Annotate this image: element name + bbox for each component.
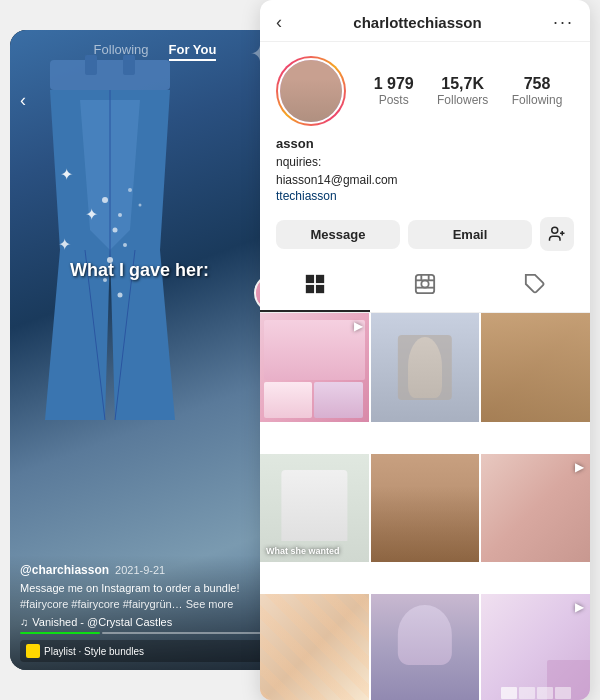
svg-text:✦: ✦ xyxy=(85,206,98,223)
ig-tagged-icon xyxy=(524,273,546,300)
ig-stats-row: 1 979 Posts 15,7K Followers 758 Followin… xyxy=(362,75,574,107)
svg-rect-22 xyxy=(316,275,324,283)
music-note-icon: ♫ xyxy=(20,616,28,628)
ig-profile-username: charlottechiasson xyxy=(353,14,481,31)
svg-point-17 xyxy=(139,204,142,207)
grid-play-icon-6: ▶ xyxy=(575,460,584,474)
svg-point-10 xyxy=(118,213,122,217)
svg-point-12 xyxy=(123,243,127,247)
playlist-info: Playlist · Style bundles xyxy=(26,644,144,658)
grid-item-1[interactable]: ▶ xyxy=(260,313,369,422)
svg-point-9 xyxy=(102,197,108,203)
ig-posts-label: Posts xyxy=(379,93,409,107)
ig-grid-icon xyxy=(304,273,326,300)
ig-bio-inquiries: nquiries: xyxy=(276,153,574,171)
nav-following[interactable]: Following xyxy=(94,42,149,61)
ig-bio: asson nquiries: hiasson14@gmail.com ttec… xyxy=(260,134,590,213)
grid-item-8[interactable] xyxy=(371,594,480,700)
jeans-illustration: ✦ ✦ ✦ xyxy=(30,50,190,430)
svg-rect-24 xyxy=(316,285,324,293)
ig-tab-grid[interactable] xyxy=(260,263,370,312)
ig-posts-count: 1 979 xyxy=(374,75,414,93)
grid-item-6[interactable]: ▶ xyxy=(481,454,590,563)
grid-item-4[interactable]: What she wanted xyxy=(260,454,369,563)
music-row: ♫ Vanished - @Crystal Castles xyxy=(20,616,290,628)
playlist-row[interactable]: Playlist · Style bundles › xyxy=(20,640,290,662)
svg-point-18 xyxy=(552,227,558,233)
ig-following-label: Following xyxy=(512,93,563,107)
ig-followers-stat[interactable]: 15,7K Followers xyxy=(437,75,488,107)
ig-avatar-face xyxy=(280,60,342,122)
svg-text:✦: ✦ xyxy=(58,236,71,253)
ig-reels-icon xyxy=(414,273,436,300)
tiktok-back-button[interactable]: ‹ xyxy=(20,90,26,111)
svg-point-16 xyxy=(128,188,132,192)
video-progress-bar[interactable] xyxy=(20,632,290,634)
grid-item-5[interactable] xyxy=(371,454,480,563)
ig-message-button[interactable]: Message xyxy=(276,220,400,249)
progress-filled xyxy=(20,632,100,634)
svg-rect-25 xyxy=(416,275,434,293)
ig-profile-row: 1 979 Posts 15,7K Followers 758 Followin… xyxy=(260,42,590,134)
svg-text:✦: ✦ xyxy=(60,166,73,183)
video-date: 2021-9-21 xyxy=(115,564,165,576)
ig-avatar xyxy=(276,56,346,126)
grid-item-7[interactable] xyxy=(260,594,369,700)
grid-play-icon-1: ▶ xyxy=(354,319,363,333)
grid-item-2[interactable] xyxy=(371,313,480,422)
ig-tab-reels[interactable] xyxy=(370,263,480,312)
ig-followers-count: 15,7K xyxy=(441,75,484,93)
grid-item-3[interactable] xyxy=(481,313,590,422)
ig-photo-grid: ▶ What she wanted xyxy=(260,313,590,700)
ig-following-count: 758 xyxy=(524,75,551,93)
ig-bio-email: hiasson14@gmail.com xyxy=(276,171,574,189)
ig-more-button[interactable]: ··· xyxy=(553,12,574,33)
progress-unfilled xyxy=(102,632,262,634)
grid-text-overlay-4: What she wanted xyxy=(266,546,340,556)
nav-for-you[interactable]: For You xyxy=(169,42,217,61)
ig-followers-label: Followers xyxy=(437,93,488,107)
playlist-icon xyxy=(26,644,40,658)
ig-avatar-inner xyxy=(278,58,344,124)
tiktok-video-background: ✦ ✦ ✦ ✦ What I gave her: xyxy=(10,30,300,670)
video-username[interactable]: @charchiasson xyxy=(20,563,109,577)
ig-posts-stat[interactable]: 1 979 Posts xyxy=(374,75,414,107)
tiktok-panel: ✦ ✦ ✦ ✦ What I gave her: xyxy=(10,30,300,670)
ig-bio-name: asson xyxy=(276,136,574,151)
ig-tabs xyxy=(260,263,590,313)
ig-back-button[interactable]: ‹ xyxy=(276,12,282,33)
tiktok-nav: Following For You xyxy=(10,38,300,65)
svg-rect-21 xyxy=(306,275,314,283)
grid-item-9[interactable]: ▶ xyxy=(481,594,590,700)
svg-point-11 xyxy=(113,228,118,233)
ig-email-button[interactable]: Email xyxy=(408,220,532,249)
svg-rect-23 xyxy=(306,285,314,293)
ig-bio-link[interactable]: ttechiasson xyxy=(276,189,574,203)
ig-add-user-button[interactable] xyxy=(540,217,574,251)
music-text: Vanished - @Crystal Castles xyxy=(32,616,172,628)
playlist-text: Playlist · Style bundles xyxy=(44,646,144,657)
see-more-link[interactable]: See more xyxy=(186,598,234,610)
video-caption: Message me on Instagram to order a bundl… xyxy=(20,581,290,612)
svg-point-26 xyxy=(421,280,428,287)
svg-point-15 xyxy=(118,293,123,298)
instagram-header: ‹ charlottechiasson ··· xyxy=(260,0,590,42)
ig-tab-tagged[interactable] xyxy=(480,263,590,312)
video-text-overlay: What I gave her: xyxy=(70,260,209,281)
user-info-row: @charchiasson 2021-9-21 xyxy=(20,563,290,577)
multi-photo-indicator xyxy=(501,687,571,699)
grid-play-icon-9: ▶ xyxy=(575,600,584,614)
ig-following-stat[interactable]: 758 Following xyxy=(512,75,563,107)
ig-action-buttons: Message Email xyxy=(260,213,590,263)
tiktok-bottom-info: @charchiasson 2021-9-21 Message me on In… xyxy=(10,555,300,670)
instagram-panel: ‹ charlottechiasson ··· 1 979 Posts 15,7… xyxy=(260,0,590,700)
